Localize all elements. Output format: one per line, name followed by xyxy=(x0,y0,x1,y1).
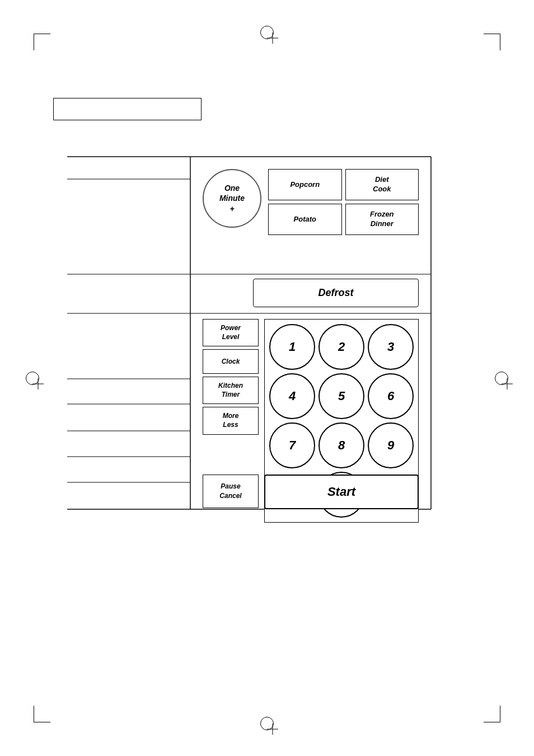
diet-cook-button[interactable]: DietCook xyxy=(345,169,419,200)
num-1-button[interactable]: 1 xyxy=(269,324,315,370)
more-less-button[interactable]: MoreLess xyxy=(203,407,259,434)
start-button[interactable]: Start xyxy=(264,475,419,509)
frozen-dinner-label: FrozenDinner xyxy=(370,210,394,229)
num-9-label: 9 xyxy=(387,438,394,453)
corner-mark-bl xyxy=(34,706,50,722)
num-3-button[interactable]: 3 xyxy=(368,324,414,370)
kitchen-timer-button[interactable]: KitchenTimer xyxy=(203,377,259,404)
defrost-button[interactable]: Defrost xyxy=(253,279,419,307)
clock-button[interactable]: Clock xyxy=(203,349,259,374)
start-label: Start xyxy=(327,485,355,499)
power-level-label: PowerLevel xyxy=(221,324,241,341)
num-4-label: 4 xyxy=(289,389,296,403)
num-5-button[interactable]: 5 xyxy=(318,373,364,419)
defrost-label: Defrost xyxy=(318,287,353,298)
clock-label: Clock xyxy=(222,358,240,365)
num-8-label: 8 xyxy=(338,438,345,453)
popcorn-button[interactable]: Popcorn xyxy=(268,169,342,200)
num-4-button[interactable]: 4 xyxy=(269,373,315,419)
corner-mark-tr xyxy=(484,34,500,50)
pause-cancel-button[interactable]: PauseCancel xyxy=(203,475,259,508)
num-2-button[interactable]: 2 xyxy=(318,324,364,370)
num-3-label: 3 xyxy=(387,340,394,354)
num-5-label: 5 xyxy=(338,389,345,403)
num-8-button[interactable]: 8 xyxy=(318,422,364,468)
one-minute-line1: One xyxy=(224,184,240,192)
kitchen-timer-label: KitchenTimer xyxy=(218,382,243,399)
top-rectangle-box xyxy=(53,98,202,120)
num-9-button[interactable]: 9 xyxy=(368,422,414,468)
num-1-label: 1 xyxy=(289,340,296,354)
num-7-button[interactable]: 7 xyxy=(269,422,315,468)
frozen-dinner-button[interactable]: FrozenDinner xyxy=(345,204,419,235)
diet-cook-label: DietCook xyxy=(373,175,391,194)
pause-cancel-label: PauseCancel xyxy=(219,482,241,501)
one-minute-line2: Minute xyxy=(219,194,245,203)
one-minute-plus: + xyxy=(229,204,234,213)
power-level-button[interactable]: PowerLevel xyxy=(203,319,259,346)
num-6-button[interactable]: 6 xyxy=(368,373,414,419)
num-2-label: 2 xyxy=(338,340,345,354)
one-minute-button[interactable]: One Minute + xyxy=(203,169,261,228)
num-7-label: 7 xyxy=(289,438,296,453)
potato-button[interactable]: Potato xyxy=(268,204,342,235)
popcorn-label: Popcorn xyxy=(290,180,320,189)
more-less-label: MoreLess xyxy=(223,412,239,429)
corner-mark-br xyxy=(484,706,500,722)
num-6-label: 6 xyxy=(387,389,394,403)
corner-mark-tl xyxy=(34,34,50,50)
potato-label: Potato xyxy=(294,215,316,223)
